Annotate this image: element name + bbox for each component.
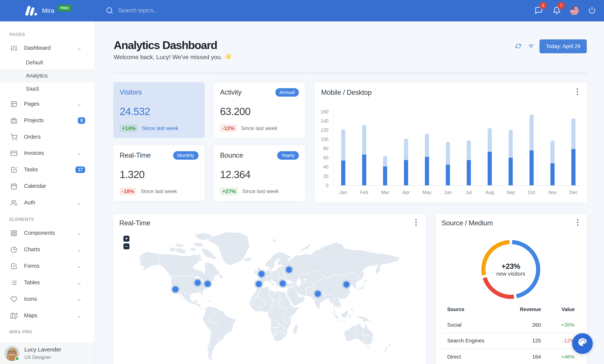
svg-text:100: 100 — [321, 137, 328, 142]
svg-text:Mar: Mar — [381, 190, 389, 195]
svg-text:Dec: Dec — [569, 190, 578, 195]
svg-text:160: 160 — [321, 109, 328, 114]
svg-text:140: 140 — [321, 118, 328, 124]
svg-text:Aug: Aug — [486, 190, 494, 195]
svg-text:Apr: Apr — [402, 190, 410, 195]
svg-text:+23%: +23% — [501, 262, 520, 270]
svg-text:0: 0 — [326, 183, 328, 188]
svg-text:60: 60 — [323, 155, 328, 160]
svg-text:Jul: Jul — [466, 190, 472, 195]
svg-text:Jun: Jun — [444, 190, 452, 195]
svg-text:Nov: Nov — [548, 190, 557, 195]
svg-text:Oct: Oct — [528, 190, 535, 195]
svg-text:May: May — [423, 190, 432, 195]
svg-text:Feb: Feb — [360, 190, 368, 195]
svg-text:80: 80 — [323, 146, 328, 151]
svg-text:40: 40 — [323, 164, 328, 169]
svg-text:120: 120 — [321, 127, 328, 133]
svg-text:Jan: Jan — [340, 190, 347, 195]
svg-text:new visitors: new visitors — [496, 271, 525, 277]
svg-text:Sep: Sep — [506, 190, 515, 195]
svg-text:20: 20 — [323, 174, 328, 179]
